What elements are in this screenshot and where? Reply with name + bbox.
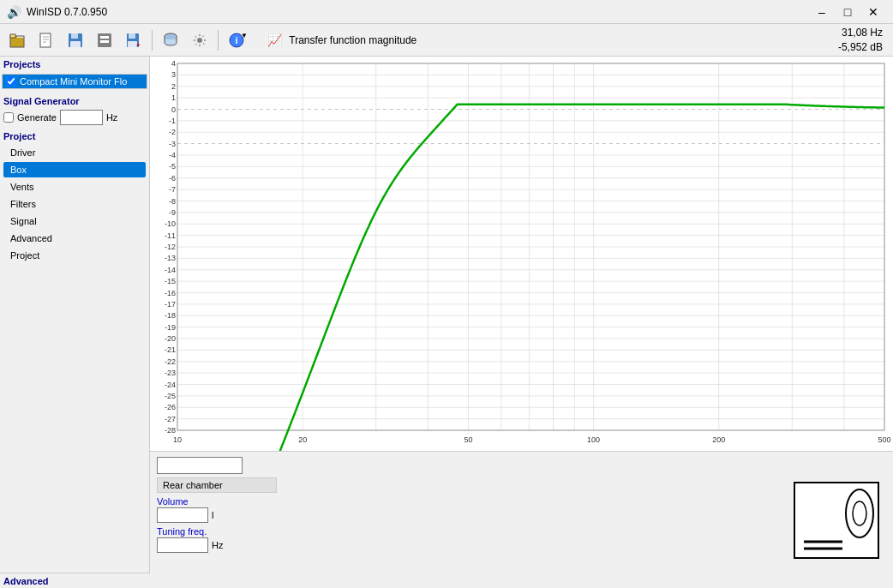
projects-header: Projects xyxy=(0,57,149,72)
project-item-label: Compact Mini Monitor Flo xyxy=(20,76,127,87)
box-type-row: vented xyxy=(157,457,311,474)
save-as-button[interactable]: + xyxy=(120,27,147,53)
svg-rect-15 xyxy=(129,33,135,39)
svg-rect-3 xyxy=(10,34,15,38)
info-button[interactable]: i ▼ xyxy=(223,27,250,53)
generate-checkbox[interactable] xyxy=(3,112,14,123)
freq-unit: Hz xyxy=(106,112,117,123)
project-list: Compact Mini Monitor Flo xyxy=(2,74,147,89)
svg-text:+: + xyxy=(136,41,141,49)
project-nav: Project Driver Box Vents Filters Signal … xyxy=(0,129,149,588)
svg-rect-1 xyxy=(10,38,24,47)
nav-vents[interactable]: Vents xyxy=(3,179,146,195)
nav-signal[interactable]: Signal xyxy=(3,213,146,229)
svg-rect-4 xyxy=(40,33,51,47)
signal-gen-header: Signal Generator xyxy=(3,94,146,108)
export-button[interactable] xyxy=(91,27,118,53)
settings-button[interactable] xyxy=(186,27,213,53)
box-diagram xyxy=(794,482,879,559)
svg-point-22 xyxy=(846,489,873,537)
toolbar-graph-title: Transfer function magnitude xyxy=(289,34,417,46)
projects-section: Projects Compact Mini Monitor Flo xyxy=(0,57,149,91)
nav-box[interactable]: Box xyxy=(3,162,146,177)
app-title: WinISD 0.7.0.950 xyxy=(27,6,107,18)
maximize-button[interactable]: □ xyxy=(835,0,860,24)
graph-container xyxy=(150,57,893,451)
rear-chamber-label: Rear chamber xyxy=(163,480,223,490)
nav-advanced[interactable]: Advanced xyxy=(3,231,146,246)
speaker-diagram-area xyxy=(787,457,886,583)
db-value: -5,952 dB xyxy=(838,40,883,55)
speaker-svg xyxy=(795,483,881,561)
svg-rect-9 xyxy=(71,33,78,39)
volume-label: Volume xyxy=(157,496,311,507)
volume-input[interactable]: 22,00 xyxy=(157,507,208,523)
tuning-input[interactable]: 33 xyxy=(157,537,208,553)
new-button[interactable] xyxy=(33,27,60,53)
toolbar: + i ▼ | 📈 Transfer function magnitude 31… xyxy=(0,24,893,57)
graph-area: Transfer function magnitude xyxy=(150,57,893,451)
svg-point-19 xyxy=(197,38,202,43)
main: Projects Compact Mini Monitor Flo Signal… xyxy=(0,57,893,588)
box-type-input[interactable]: vented xyxy=(157,457,243,474)
nav-filters[interactable]: Filters xyxy=(3,196,146,212)
toolbar-sep1 xyxy=(152,30,153,51)
tuning-group: Tuning freq. 33 Hz xyxy=(157,526,311,553)
toolbar-sep2 xyxy=(218,30,219,51)
save-button[interactable] xyxy=(62,27,89,53)
rear-chamber-row: Rear chamber xyxy=(157,477,277,493)
svg-text:i: i xyxy=(235,35,237,45)
tuning-row: 33 Hz xyxy=(157,537,311,553)
database-button[interactable] xyxy=(157,27,184,53)
left-panel: Projects Compact Mini Monitor Flo Signal… xyxy=(0,57,150,588)
signal-generator: Signal Generator Generate 31,08 Hz xyxy=(0,91,149,129)
advanced-section: Advanced xyxy=(0,573,150,588)
bottom-panel: vented Rear chamber Volume 22,00 l Tunin… xyxy=(150,451,893,588)
generate-label: Generate xyxy=(17,112,57,123)
proj-nav-header: Project xyxy=(0,129,149,144)
box-config: vented Rear chamber Volume 22,00 l Tunin… xyxy=(157,457,311,583)
new-open-button[interactable] xyxy=(3,27,31,53)
titlebar-left: 🔊 WinISD 0.7.0.950 xyxy=(7,5,107,19)
graph-icon: 📈 xyxy=(267,33,282,47)
freq-value: 31,08 Hz xyxy=(838,26,883,40)
app-icon: 🔊 xyxy=(7,5,21,19)
titlebar-controls: – □ ✕ xyxy=(809,0,886,24)
advanced-label: Advanced xyxy=(3,576,49,586)
project-item[interactable]: Compact Mini Monitor Flo xyxy=(3,75,147,88)
volume-group: Volume 22,00 l xyxy=(157,496,311,523)
svg-rect-10 xyxy=(70,41,81,47)
project-checkbox[interactable] xyxy=(6,76,16,87)
tuning-unit: Hz xyxy=(212,540,223,550)
tuning-label: Tuning freq. xyxy=(157,526,311,537)
svg-rect-12 xyxy=(100,36,109,39)
volume-row: 22,00 l xyxy=(157,507,311,523)
svg-point-23 xyxy=(853,501,866,525)
nav-project[interactable]: Project xyxy=(3,248,146,263)
minimize-button[interactable]: – xyxy=(809,0,835,24)
close-button[interactable]: ✕ xyxy=(860,0,886,24)
svg-rect-13 xyxy=(100,40,109,43)
signal-gen-row: Generate 31,08 Hz xyxy=(3,110,146,125)
freq-display: 31,08 Hz -5,952 dB xyxy=(838,26,890,55)
titlebar: 🔊 WinISD 0.7.0.950 – □ ✕ xyxy=(0,0,893,24)
volume-unit: l xyxy=(212,510,213,520)
graph-canvas xyxy=(150,57,893,451)
freq-input[interactable]: 31,08 xyxy=(60,110,103,125)
nav-driver[interactable]: Driver xyxy=(3,145,146,160)
